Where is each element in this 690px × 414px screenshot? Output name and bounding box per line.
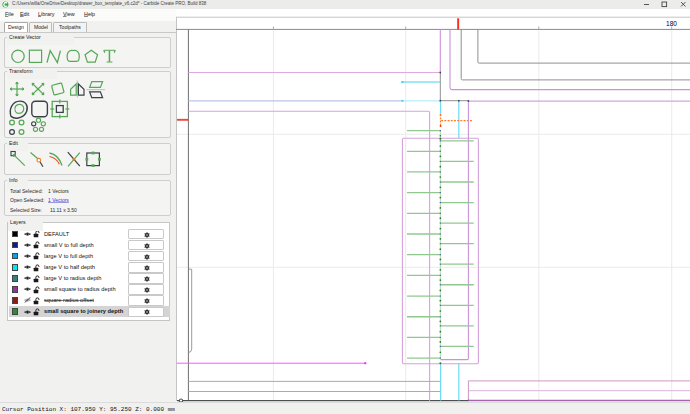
svg-text:180: 180	[666, 20, 677, 27]
